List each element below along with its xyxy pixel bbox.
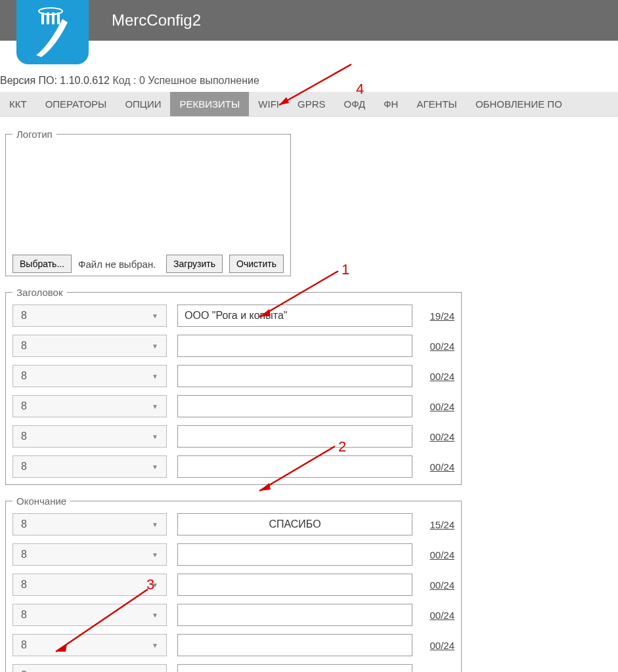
header-row: 8▼00/24 (12, 395, 454, 417)
footer-char-counter: 00/24 (423, 579, 454, 591)
header-row: 8▼19/24 (12, 304, 454, 327)
footer-size-dropdown[interactable]: 8▼ (12, 634, 167, 656)
header-char-counter: 00/24 (423, 431, 454, 442)
footer-row: 8▼00/24 (12, 543, 454, 566)
chevron-down-icon: ▼ (152, 521, 158, 528)
annotation-2: 2 (338, 438, 346, 455)
annotation-3: 3 (146, 576, 154, 593)
tab-wifi[interactable]: WIFI (249, 92, 288, 116)
footer-row: 8▼15/24 (12, 513, 454, 536)
status-line: Версия ПО: 1.10.0.612 Код : 0 Успешное в… (0, 72, 618, 92)
chevron-down-icon: ▼ (152, 312, 158, 320)
header-fieldset: Заголовок 8▼19/248▼00/248▼00/248▼00/248▼… (5, 287, 462, 485)
version-value: 1.10.0.612 (60, 75, 110, 86)
chevron-down-icon: ▼ (152, 551, 158, 558)
chevron-down-icon: ▼ (152, 642, 158, 649)
footer-text-input[interactable] (177, 574, 412, 596)
header-char-counter: 00/24 (423, 371, 454, 382)
chevron-down-icon: ▼ (152, 463, 158, 471)
app-title: MercConfig2 (112, 11, 201, 30)
header-legend: Заголовок (12, 287, 67, 298)
header-char-counter: 19/24 (423, 310, 454, 322)
header-size-dropdown[interactable]: 8▼ (12, 365, 167, 387)
footer-row: 8▼00/24 (12, 634, 454, 656)
footer-char-counter: 15/24 (423, 519, 454, 530)
tab-kkt[interactable]: ККТ (0, 92, 36, 116)
header-text-input[interactable] (177, 335, 412, 357)
tab-firmware[interactable]: ОБНОВЛЕНИЕ ПО (466, 92, 571, 116)
footer-legend: Окончание (12, 495, 70, 507)
header-size-dropdown[interactable]: 8▼ (12, 335, 167, 357)
clear-button[interactable]: Очистить (229, 255, 284, 273)
header-text-input[interactable] (177, 304, 412, 327)
header-row: 8▼00/24 (12, 425, 454, 448)
footer-row: 8▼00/24 (12, 664, 454, 672)
footer-size-dropdown[interactable]: 8▼ (12, 664, 167, 672)
tab-bar: ККТ ОПЕРАТОРЫ ОПЦИИ РЕКВИЗИТЫ WIFI GPRS … (0, 92, 618, 117)
header-char-counter: 00/24 (423, 461, 454, 472)
footer-size-dropdown[interactable]: 8▼ (12, 543, 167, 566)
chevron-down-icon: ▼ (152, 343, 158, 350)
footer-row: 8▼00/24 (12, 604, 454, 626)
tab-gprs[interactable]: GPRS (288, 92, 335, 116)
status-code: Код : 0 Успешное выполнение (112, 75, 259, 86)
tab-requisites[interactable]: РЕКВИЗИТЫ (170, 92, 249, 116)
footer-char-counter: 00/24 (423, 549, 454, 560)
footer-text-input[interactable] (177, 604, 412, 626)
tab-ofd[interactable]: ОФД (334, 92, 374, 116)
header-row: 8▼00/24 (12, 365, 454, 387)
header-text-input[interactable] (177, 395, 412, 417)
header-size-dropdown[interactable]: 8▼ (12, 395, 167, 417)
tab-operators[interactable]: ОПЕРАТОРЫ (36, 92, 116, 116)
header-text-input[interactable] (177, 425, 412, 448)
tab-options[interactable]: ОПЦИИ (116, 92, 170, 116)
footer-char-counter: 00/24 (423, 640, 454, 651)
header-size-dropdown[interactable]: 8▼ (12, 425, 167, 448)
chevron-down-icon: ▼ (152, 403, 158, 410)
header-row: 8▼00/24 (12, 335, 454, 357)
footer-size-dropdown[interactable]: 8▼ (12, 513, 167, 536)
tab-fn[interactable]: ФН (374, 92, 407, 116)
footer-size-dropdown[interactable]: 8▼ (12, 604, 167, 626)
header-text-input[interactable] (177, 365, 412, 387)
chevron-down-icon: ▼ (152, 612, 158, 619)
footer-text-input[interactable] (177, 664, 412, 672)
footer-char-counter: 00/24 (423, 610, 454, 621)
app-logo (16, 0, 89, 64)
header-char-counter: 00/24 (423, 341, 454, 352)
footer-text-input[interactable] (177, 513, 412, 536)
content-area: Логотип Выбрать... Файл не выбран. Загру… (0, 117, 618, 672)
annotation-1: 1 (342, 261, 349, 278)
tab-agents[interactable]: АГЕНТЫ (407, 92, 466, 116)
logo-fieldset: Логотип Выбрать... Файл не выбран. Загру… (5, 129, 291, 276)
footer-row: 8▼00/24 (12, 574, 454, 596)
footer-char-counter: 00/24 (423, 670, 454, 673)
annotation-4: 4 (356, 81, 364, 98)
header-text-input[interactable] (177, 455, 412, 478)
footer-size-dropdown[interactable]: 8▼ (12, 574, 167, 596)
chevron-down-icon: ▼ (152, 373, 158, 380)
logo-preview (12, 146, 272, 255)
header-char-counter: 00/24 (423, 401, 454, 412)
choose-file-button[interactable]: Выбрать... (12, 255, 72, 273)
header-bar: MercConfig2 (0, 0, 618, 41)
svg-point-0 (39, 8, 62, 14)
logo-legend: Логотип (12, 129, 56, 140)
logo-controls: Выбрать... Файл не выбран. Загрузить Очи… (12, 255, 284, 273)
header-size-dropdown[interactable]: 8▼ (12, 304, 167, 327)
footer-fieldset: Окончание 8▼15/248▼00/248▼00/248▼00/248▼… (5, 495, 462, 672)
chevron-down-icon: ▼ (152, 433, 158, 440)
header-row: 8▼00/24 (12, 455, 454, 478)
version-label: Версия ПО: (0, 75, 57, 86)
upload-button[interactable]: Загрузить (166, 255, 223, 273)
file-status-text: Файл не выбран. (78, 259, 156, 270)
header-size-dropdown[interactable]: 8▼ (12, 455, 167, 478)
footer-text-input[interactable] (177, 543, 412, 566)
footer-text-input[interactable] (177, 634, 412, 656)
